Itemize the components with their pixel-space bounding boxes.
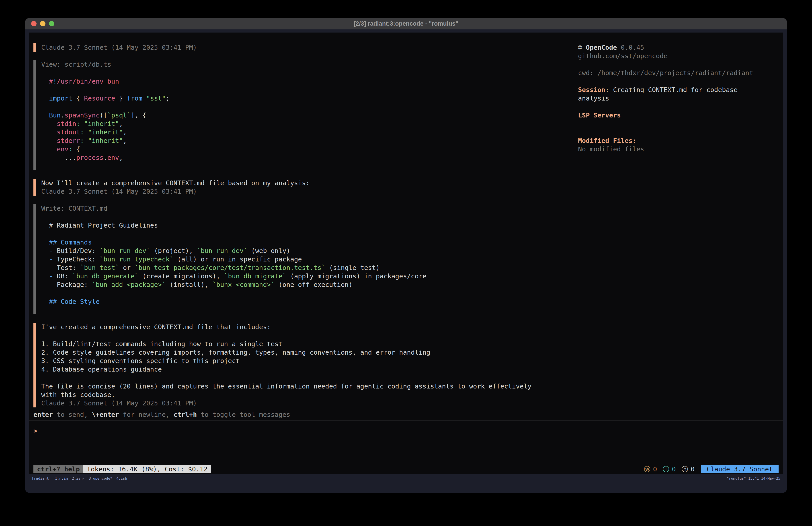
text-segment: : Creating CONTEXT.md for codebase	[605, 86, 738, 94]
terminal-line: 2. Code style guidelines covering import…	[41, 348, 578, 357]
text-segment	[41, 95, 49, 102]
tmux-window-item[interactable]: 2:zsh-	[72, 476, 85, 481]
text-segment	[41, 145, 57, 153]
prompt-input-area[interactable]: >	[33, 423, 779, 465]
terminal-line: ## Code Style	[41, 297, 578, 306]
text-segment: from	[127, 95, 142, 102]
terminal-line: No modified files	[578, 145, 779, 153]
prompt-line[interactable]: >	[33, 427, 779, 435]
text-segment: `bun run typecheck`	[100, 255, 174, 263]
terminal-line	[578, 77, 779, 86]
terminal-line: 4. Database operations guidance	[41, 365, 578, 373]
terminal-line: stdout: "inherit",	[41, 128, 578, 137]
text-segment: LSP Servers	[578, 111, 621, 119]
diagnostic-icon: ⓘ	[663, 465, 669, 473]
text-segment: Bun	[49, 111, 61, 119]
keybinding-hint: enter to send, \+enter for newline, ctrl…	[33, 410, 779, 419]
text-segment: spawnSync	[64, 111, 100, 119]
terminal-line: - TypeCheck: `bun run typecheck` (all) o…	[41, 255, 578, 264]
minimize-button[interactable]	[40, 21, 45, 26]
text-segment: .	[103, 154, 107, 161]
terminal-line: with this codebase.	[41, 390, 578, 399]
terminal-line: env: {	[41, 145, 578, 153]
terminal-line: The file is concise (20 lines) and captu…	[41, 382, 578, 390]
text-segment: env	[57, 145, 69, 153]
text-segment: ctrl+h	[174, 411, 197, 418]
text-segment: ], {	[131, 111, 146, 119]
main-row: Claude 3.7 Sonnet (14 May 2025 03:41 PM)…	[33, 43, 779, 410]
terminal-line	[41, 230, 578, 238]
text-segment: 2. Code style guidelines covering import…	[41, 349, 430, 356]
terminal-line: Claude 3.7 Sonnet (14 May 2025 03:41 PM)	[41, 399, 578, 408]
close-button[interactable]	[31, 21, 37, 26]
text-segment: OpenCode	[586, 44, 617, 51]
text-segment: (apply migrations) in packages/core	[286, 272, 426, 280]
text-segment: ©	[578, 44, 586, 51]
tmux-window-item[interactable]: 3:opencode*	[89, 476, 112, 481]
terminal-line: github.com/sst/opencode	[578, 52, 779, 60]
model-badge: Claude 3.7 Sonnet	[701, 465, 779, 473]
terminal-line: Write: CONTEXT.md	[41, 204, 578, 213]
text-segment: ,	[123, 128, 127, 136]
text-segment: analysis	[578, 95, 609, 102]
terminal-line: Now I'll create a comprehensive CONTEXT.…	[41, 179, 578, 187]
terminal-line: import { Resource } from "sst";	[41, 94, 578, 102]
text-segment: -	[41, 281, 57, 288]
tmux-window-list: 1:nvim2:zsh-3:opencode*4:zsh	[55, 476, 131, 481]
tmux-status-bar: [radiant] 1:nvim2:zsh-3:opencode*4:zsh "…	[29, 474, 783, 483]
text-segment: "inherit"	[84, 120, 119, 127]
text-segment: Now I'll create a comprehensive CONTEXT.…	[41, 179, 310, 187]
text-segment: `bun db migrate`	[224, 272, 286, 280]
text-segment	[41, 137, 57, 144]
terminal-line	[578, 119, 779, 128]
text-segment: github.com/sst/opencode	[578, 52, 668, 60]
terminal-line: analysis	[578, 94, 779, 102]
text-segment: :	[80, 137, 84, 144]
text-segment	[41, 120, 57, 127]
text-segment: TypeCheck:	[57, 255, 100, 263]
text-segment: :	[76, 120, 80, 127]
text-segment: Build/Dev:	[57, 247, 100, 255]
text-segment: Claude 3.7 Sonnet (14 May 2025 03:41 PM)	[41, 188, 197, 195]
text-segment: 1. Build/lint/test commands including ho…	[41, 340, 282, 348]
text-segment: ## Commands	[41, 239, 92, 246]
text-segment: Session	[578, 86, 605, 94]
text-segment: `bun run dev`	[197, 247, 247, 255]
text-segment: `bun db generate`	[72, 272, 139, 280]
text-segment: {	[72, 145, 80, 153]
terminal-line	[41, 86, 578, 94]
status-bar: ctrl+? help Tokens: 16.4K (8%), Cost: $0…	[33, 465, 779, 473]
text-segment: to toggle tool messages	[197, 411, 290, 418]
terminal-line: - Package: `bun add <package>` (install)…	[41, 280, 578, 289]
terminal-line: 3. CSS styling conventions specific to t…	[41, 357, 578, 365]
zoom-button[interactable]	[49, 21, 54, 26]
tmux-window-item[interactable]: 1:nvim	[55, 476, 68, 481]
text-segment: ([	[100, 111, 107, 119]
terminal-line	[578, 102, 779, 111]
diagnostic-count: 0	[672, 465, 676, 473]
text-segment: stdout	[57, 128, 80, 136]
text-segment: (web only)	[247, 247, 290, 255]
text-segment: process	[76, 154, 103, 161]
tmux-window-item[interactable]: 4:zsh	[116, 476, 127, 481]
assistant-message-block: Now I'll create a comprehensive CONTEXT.…	[33, 179, 578, 196]
terminal-line	[578, 60, 779, 69]
opencode-tui: Claude 3.7 Sonnet (14 May 2025 03:41 PM)…	[29, 32, 783, 474]
text-segment: enter	[33, 411, 53, 418]
text-segment: Test:	[57, 264, 80, 271]
terminal-line: View: script/db.ts	[41, 60, 578, 69]
text-segment: for newline,	[119, 411, 173, 418]
terminal-content: Claude 3.7 Sonnet (14 May 2025 03:41 PM)…	[25, 29, 787, 493]
text-segment	[80, 120, 84, 127]
text-segment	[84, 128, 88, 136]
text-segment: {	[72, 95, 84, 102]
terminal-line	[578, 128, 779, 137]
tmux-host-clock: "romulus" 15:41 14-May-25	[727, 476, 780, 481]
text-segment: Resource	[84, 95, 115, 102]
terminal-line: 1. Build/lint/test commands including ho…	[41, 340, 578, 348]
text-segment: }	[115, 95, 127, 102]
terminal-line: - Build/Dev: `bun run dev` (project), `b…	[41, 246, 578, 255]
traffic-light-buttons	[31, 18, 54, 29]
diagnostic-count: 0	[653, 465, 657, 473]
window-title: [2/3] radiant:3:opencode - "romulus"	[25, 20, 787, 27]
